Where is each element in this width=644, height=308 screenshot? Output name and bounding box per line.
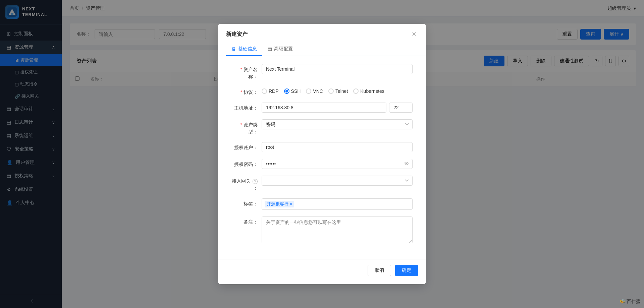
account-type-control: 密码 密钥 无 (262, 119, 413, 129)
auth-password-input[interactable] (262, 159, 413, 169)
tab-basic-info[interactable]: 🖥 基础信息 (226, 43, 262, 56)
form-row-tags: 标签： 开源极客行 × (231, 198, 413, 210)
auth-password-label: 授权密码： (231, 159, 262, 168)
host-input[interactable] (262, 103, 386, 113)
account-type-select[interactable]: 密码 密钥 无 (262, 119, 413, 129)
auth-account-label: 授权账户： (231, 142, 262, 151)
new-asset-modal: 新建资产 ✕ 🖥 基础信息 ▤ 高级配置 资产名称： (218, 24, 426, 284)
password-eye-icon[interactable]: 👁 (404, 161, 409, 167)
confirm-button[interactable]: 确定 (395, 265, 418, 276)
radio-circle-kubernetes (353, 88, 359, 94)
form-row-account-type: 账户类型： 密码 密钥 无 (231, 119, 413, 135)
radio-rdp[interactable]: RDP (262, 88, 279, 94)
form-row-auth-password: 授权密码： 👁 (231, 159, 413, 169)
host-control (262, 103, 413, 113)
radio-vnc[interactable]: VNC (306, 88, 323, 94)
gateway-control (262, 176, 413, 186)
gateway-row (262, 176, 413, 186)
monitor-tab-icon: 🖥 (231, 46, 236, 52)
form-row-protocol: 协议： RDP SSH VNC (231, 87, 413, 96)
protocol-control: RDP SSH VNC Telnet (262, 87, 413, 94)
tag-text: 开源极客行 (267, 201, 288, 207)
radio-telnet[interactable]: Telnet (328, 88, 348, 94)
account-type-label: 账户类型： (231, 119, 262, 135)
gateway-select[interactable] (262, 176, 413, 186)
tags-label: 标签： (231, 198, 262, 207)
form-row-notes: 备注： (231, 217, 413, 244)
asset-name-input[interactable] (262, 64, 413, 74)
modal-close-button[interactable]: ✕ (410, 30, 418, 39)
host-label: 主机地址： (231, 103, 262, 112)
form-row-gateway: 接入网关 ?： (231, 176, 413, 192)
auth-account-input[interactable] (262, 142, 413, 152)
asset-name-control (262, 64, 413, 74)
gateway-help-icon[interactable]: ? (253, 179, 258, 184)
modal-title: 新建资产 (226, 31, 248, 38)
grid-tab-icon: ▤ (268, 46, 272, 52)
radio-circle-rdp (262, 88, 267, 94)
radio-circle-ssh (284, 88, 289, 94)
notes-textarea[interactable] (262, 217, 413, 243)
tags-control: 开源极客行 × (262, 198, 413, 210)
modal-header: 新建资产 ✕ (218, 24, 426, 39)
password-row: 👁 (262, 159, 413, 169)
modal-overlay: 新建资产 ✕ 🖥 基础信息 ▤ 高级配置 资产名称： (0, 0, 644, 308)
protocol-radio-group: RDP SSH VNC Telnet (262, 87, 413, 94)
cancel-button[interactable]: 取消 (368, 265, 391, 276)
auth-account-control (262, 142, 413, 152)
radio-circle-telnet (328, 88, 334, 94)
watermark: 🐝 百仁蜜 (620, 299, 641, 305)
radio-kubernetes[interactable]: Kubernetes (353, 88, 384, 94)
modal-form: 资产名称： 协议： RDP SSH (218, 56, 426, 256)
form-row-asset-name: 资产名称： (231, 64, 413, 80)
modal-tabs: 🖥 基础信息 ▤ 高级配置 (218, 43, 426, 56)
asset-name-label: 资产名称： (231, 64, 262, 80)
protocol-label: 协议： (231, 87, 262, 96)
port-input[interactable] (389, 103, 413, 113)
tag-item: 开源极客行 × (265, 201, 294, 207)
tag-close-button[interactable]: × (290, 202, 292, 206)
form-row-host: 主机地址： (231, 103, 413, 113)
tags-input[interactable]: 开源极客行 × (262, 198, 413, 210)
radio-circle-vnc (306, 88, 311, 94)
host-row (262, 103, 413, 113)
notes-label: 备注： (231, 217, 262, 226)
gateway-label: 接入网关 ?： (231, 176, 262, 192)
tab-advanced[interactable]: ▤ 高级配置 (262, 43, 298, 56)
auth-password-control: 👁 (262, 159, 413, 169)
form-row-auth-account: 授权账户： (231, 142, 413, 152)
modal-footer: 取消 确定 (218, 259, 426, 284)
notes-control (262, 217, 413, 244)
radio-ssh[interactable]: SSH (284, 88, 301, 94)
